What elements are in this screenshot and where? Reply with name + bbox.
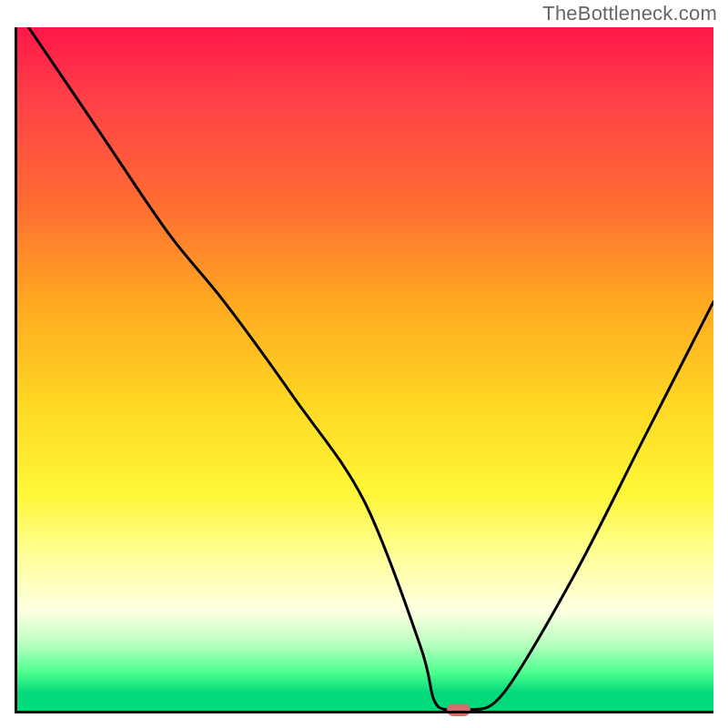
plot-area [15,27,713,713]
bottleneck-curve [15,27,713,713]
optimal-marker [447,703,470,716]
watermark-label: TheBottleneck.com [542,2,717,25]
chart-container: TheBottleneck.com [0,0,728,728]
